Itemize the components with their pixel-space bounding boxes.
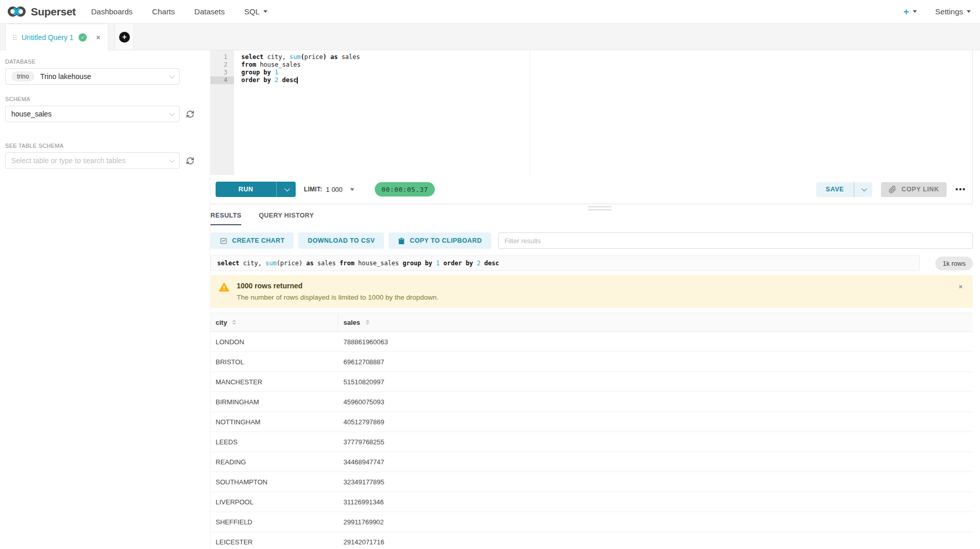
line-number: 1 [210,53,234,61]
editor-column: 1 2 3 4 select city, sum(price) as sales… [210,50,980,549]
cell-sales: 31126991346 [338,498,973,506]
tab-query-history[interactable]: QUERY HISTORY [259,212,314,225]
table-row: BIRMINGHAM 45960075093 [210,392,973,412]
table-row: NOTTINGHAM 40512797869 [210,412,973,432]
chevron-down-icon [284,186,290,191]
cell-city: SOUTHAMPTON [210,478,338,486]
executed-query-row: select city, sum(price) as sales from ho… [210,256,980,271]
sql-code-area[interactable]: select city, sum(price) as sales from ho… [234,50,972,175]
table-row: LIVERPOOL 31126991346 [210,492,973,512]
table-row: SHEFFIELD 29911769902 [210,512,973,532]
nav-sql-label: SQL [244,7,260,16]
nav-right: + Settings [904,7,971,16]
superset-sql-lab: Superset Dashboards Charts Datasets SQL … [0,0,980,549]
chevron-down-icon [861,186,867,191]
query-timer-badge: 00:00:05.37 [375,182,435,197]
cell-sales: 37779768255 [338,438,973,446]
close-tab-icon[interactable]: × [96,33,100,42]
save-label[interactable]: SAVE [816,182,854,197]
paperclip-icon [889,186,896,193]
run-button[interactable]: RUN [216,182,296,197]
superset-logo[interactable]: Superset [7,5,75,18]
refresh-tables-button[interactable] [185,156,195,166]
rows-limit-alert: 1000 rows returned The number of rows di… [210,275,973,308]
database-value: Trino lakehouse [40,72,164,81]
copy-clipboard-button[interactable]: COPY TO CLIPBOARD [389,232,491,249]
settings-menu[interactable]: Settings [935,7,971,16]
top-navbar: Superset Dashboards Charts Datasets SQL … [0,0,980,24]
download-csv-button[interactable]: DOWNLOAD TO CSV [298,232,384,249]
line-number-active: 4 [210,76,234,84]
cell-sales: 788861960063 [338,338,973,346]
column-header-sales-label: sales [343,319,360,326]
results-table: city sales LONDON 788861960063 BRISTOL 6… [210,312,973,549]
chevron-down-icon [967,10,971,13]
cell-sales: 29142071716 [338,538,973,546]
code-line: from house_sales [241,61,972,69]
add-tab-button[interactable]: + [114,24,134,50]
main-area: DATABASE trino Trino lakehouse SCHEMA ho… [0,50,980,549]
table-select[interactable]: Select table or type to search tables [5,152,180,169]
query-editor-pane: 1 2 3 4 select city, sum(price) as sales… [210,50,973,204]
new-item-button[interactable]: + [904,7,917,16]
executed-query-preview: select city, sum(price) as sales from ho… [210,256,920,271]
editor-gutter: 1 2 3 4 [210,50,234,175]
results-table-header: city sales [210,312,973,332]
tab-untitled-query-1[interactable]: Untitled Query 1 ✓ × [5,24,108,50]
copy-link-button[interactable]: COPY LINK [881,182,947,197]
save-button[interactable]: SAVE [816,182,873,197]
chart-icon [220,237,227,245]
create-chart-label: CREATE CHART [232,237,284,244]
download-csv-label: DOWNLOAD TO CSV [308,237,375,244]
editor-toolbar: RUN LIMIT: 1 000 00:00:05.37 SAVE [210,175,972,204]
cell-city: LEEDS [210,438,338,446]
tab-results[interactable]: RESULTS [210,212,241,225]
refresh-schemas-button[interactable] [185,109,195,119]
limit-dropdown[interactable]: LIMIT: 1 000 [304,186,354,193]
print-margin-line [530,50,530,175]
nav-dashboards[interactable]: Dashboards [91,7,132,16]
schema-select[interactable]: house_sales [5,106,180,122]
close-alert-icon[interactable]: × [958,283,963,290]
column-header-sales[interactable]: sales [338,313,973,331]
table-row: SOUTHAMPTON 32349177895 [210,472,973,492]
caret-down-icon [350,188,354,191]
cell-city: NOTTINGHAM [210,418,338,426]
copy-clipboard-label: COPY TO CLIPBOARD [410,237,482,244]
more-actions-button[interactable]: ••• [955,185,966,193]
cell-city: MANCHESTER [210,378,338,386]
nav-datasets[interactable]: Datasets [195,7,225,16]
database-select[interactable]: trino Trino lakehouse [5,68,180,85]
query-tab-strip: Untitled Query 1 ✓ × + [0,24,980,50]
cell-sales: 29911769902 [338,518,973,526]
cell-city: LONDON [210,338,338,346]
create-chart-button[interactable]: CREATE CHART [210,232,294,249]
save-options-button[interactable] [854,182,872,197]
cell-sales: 40512797869 [338,418,973,426]
resize-grip[interactable] [588,206,611,212]
sort-icon[interactable] [366,320,370,325]
nav-charts[interactable]: Charts [152,7,175,16]
settings-label: Settings [935,7,963,16]
nav-sql[interactable]: SQL [244,7,267,16]
text-cursor [297,77,298,84]
results-actions: CREATE CHART DOWNLOAD TO CSV COPY TO CLI… [210,232,980,249]
table-row: MANCHESTER 51510820997 [210,372,973,392]
limit-label: LIMIT: [304,186,322,193]
cell-city: LEICESTER [210,538,338,546]
table-select-placeholder: Select table or type to search tables [11,156,164,165]
cell-city: BIRMINGHAM [210,398,338,406]
limit-value: 1 000 [326,186,343,193]
see-table-schema-label: SEE TABLE SCHEMA [5,143,205,149]
code-line: group by 1 [241,69,972,76]
run-label[interactable]: RUN [216,182,276,197]
run-options-button[interactable] [276,182,296,197]
plus-icon: + [904,7,909,16]
toolbar-right: SAVE COPY LINK ••• [816,182,966,197]
sort-icon[interactable] [232,320,236,325]
column-header-city[interactable]: city [210,313,338,331]
table-row: BRISTOL 69612708887 [210,352,973,372]
chevron-down-icon [263,10,267,13]
filter-results-input[interactable] [498,232,973,249]
drag-handle-icon[interactable] [13,35,16,40]
